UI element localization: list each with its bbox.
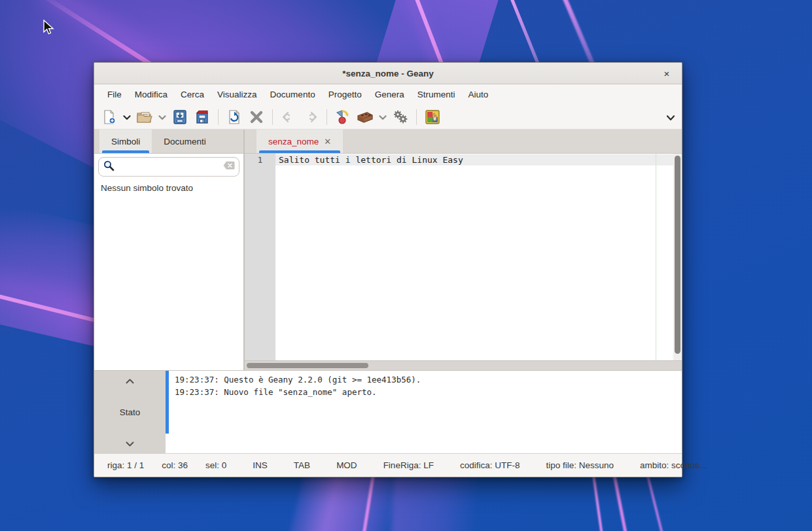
preferences-button[interactable] <box>391 107 410 127</box>
statusbar-insert-mode[interactable]: INS <box>253 460 268 470</box>
message-panel: Stato 19:23:37: Questo è Geany 2.2.0 (gi… <box>94 370 682 453</box>
horizontal-scrollbar[interactable] <box>245 360 682 370</box>
toolbar-separator <box>272 109 273 125</box>
line-number: 1 <box>245 154 275 165</box>
statusbar-selection: sel: 0 <box>205 460 226 470</box>
new-file-dropdown[interactable] <box>122 107 132 127</box>
new-file-button[interactable] <box>99 107 119 127</box>
chevron-down-icon <box>158 111 166 123</box>
build-dropdown[interactable] <box>378 107 388 127</box>
wallpaper-streak <box>288 475 402 531</box>
menubar: File Modifica Cerca Visualizza Documento… <box>94 84 682 105</box>
long-line-marker <box>656 154 656 360</box>
statusbar-scope: ambito: sconos... <box>640 460 707 470</box>
color-chooser-button[interactable] <box>423 107 442 127</box>
toolbar-separator <box>218 109 219 125</box>
statusbar-tab-mode[interactable]: TAB <box>294 460 310 470</box>
color-chooser-icon <box>424 109 441 126</box>
save-all-button[interactable] <box>192 107 212 127</box>
no-symbols-message: Nessun simbolo trovato <box>98 177 239 193</box>
open-file-dropdown[interactable] <box>157 107 168 127</box>
wallpaper-streak <box>592 475 604 531</box>
vertical-scrollbar-thumb[interactable] <box>675 156 680 354</box>
search-input[interactable] <box>115 162 223 172</box>
build-button[interactable] <box>355 107 375 127</box>
sidebar-tab-label: Simboli <box>111 137 140 146</box>
scroll-up-icon[interactable] <box>126 375 134 386</box>
gears-icon <box>392 109 409 126</box>
open-file-button[interactable] <box>135 107 154 127</box>
editor-tab-label: senza_nome <box>268 137 319 146</box>
wallpaper-streak <box>646 475 665 531</box>
window-close-button[interactable]: × <box>658 63 675 84</box>
statusbar-encoding: codifica: UTF-8 <box>460 460 520 470</box>
clear-search-icon[interactable] <box>223 161 235 173</box>
editor-tab-senza-nome[interactable]: senza_nome ✕ <box>256 129 343 153</box>
titlebar[interactable]: *senza_nome - Geany × <box>94 63 682 84</box>
tab-stato[interactable]: Stato <box>120 407 141 417</box>
tab-close-icon[interactable]: ✕ <box>324 137 331 146</box>
sidebar-tab-simboli[interactable]: Simboli <box>99 129 152 153</box>
wallpaper-streak <box>391 475 480 531</box>
menu-cerca[interactable]: Cerca <box>174 84 211 105</box>
build-brick-icon <box>356 109 374 125</box>
menu-modifica[interactable]: Modifica <box>128 84 174 105</box>
scroll-down-icon[interactable] <box>126 437 134 449</box>
menu-progetto[interactable]: Progetto <box>322 84 368 105</box>
save-icon <box>172 109 188 125</box>
main-area: Nessun simbolo trovato 1 Salito tutti i … <box>94 154 682 370</box>
nav-back-button[interactable] <box>279 107 298 127</box>
menu-genera[interactable]: Genera <box>368 84 411 105</box>
sidebar-tab-documenti[interactable]: Documenti <box>152 129 218 153</box>
menu-strumenti[interactable]: Strumenti <box>411 84 462 105</box>
save-button[interactable] <box>170 107 190 127</box>
sidebar-tab-label: Documenti <box>164 137 206 146</box>
code-area[interactable]: Salito tutti i lettori di Linux Easy <box>275 154 673 360</box>
close-document-button[interactable] <box>247 107 266 127</box>
menu-file[interactable]: File <box>101 84 128 105</box>
status-message: 19:23:37: Questo è Geany 2.2.0 (git >= 1… <box>175 373 682 386</box>
vertical-scrollbar[interactable] <box>673 154 682 360</box>
statusbar-line: riga: 1 / 1 <box>107 460 144 470</box>
save-all-icon <box>194 109 210 125</box>
window-title: *senza_nome - Geany <box>94 69 682 78</box>
revert-icon <box>226 109 242 125</box>
statusbar-filetype: tipo file: Nessuno <box>546 460 614 470</box>
status-messages[interactable]: 19:23:37: Questo è Geany 2.2.0 (git >= 1… <box>166 371 682 453</box>
focus-accent-bar <box>166 371 169 434</box>
statusbar: riga: 1 / 1 col: 36 sel: 0 INS TAB MOD F… <box>94 453 682 477</box>
statusbar-modified[interactable]: MOD <box>336 460 357 470</box>
symbol-search-entry[interactable] <box>98 157 239 177</box>
code-line-1: Salito tutti i lettori di Linux Easy <box>275 154 673 165</box>
new-file-icon <box>101 109 117 125</box>
compile-button[interactable] <box>333 107 353 127</box>
revert-button[interactable] <box>224 107 244 127</box>
status-message: 19:23:37: Nuovo file "senza_nome" aperto… <box>175 386 682 398</box>
sidebar-tabstrip: Simboli Documenti <box>94 129 245 153</box>
nav-forward-button[interactable] <box>301 107 321 127</box>
statusbar-col: col: 36 <box>162 460 188 470</box>
toolbar-separator <box>327 109 327 125</box>
menu-aiuto[interactable]: Aiuto <box>462 84 495 105</box>
horizontal-scrollbar-thumb[interactable] <box>247 363 368 368</box>
toolbar <box>94 105 682 129</box>
menu-documento[interactable]: Documento <box>264 84 322 105</box>
chevron-down-icon <box>123 111 131 123</box>
toolbar-separator <box>416 109 417 125</box>
forward-icon <box>302 110 319 124</box>
notebook-tabstrip: Simboli Documenti senza_nome ✕ <box>94 129 682 154</box>
editor-body[interactable]: 1 Salito tutti i lettori di Linux Easy <box>245 154 682 360</box>
editor-tabstrip: senza_nome ✕ <box>245 129 682 153</box>
line-number-gutter: 1 <box>245 154 275 360</box>
wallpaper-streak <box>612 475 628 531</box>
geany-window: *senza_nome - Geany × File Modifica Cerc… <box>94 62 682 477</box>
editor-pane: 1 Salito tutti i lettori di Linux Easy <box>245 154 682 370</box>
toolbar-overflow-button[interactable] <box>666 105 675 129</box>
menu-visualizza[interactable]: Visualizza <box>211 84 264 105</box>
back-icon <box>280 110 297 124</box>
chevron-down-icon <box>666 112 675 124</box>
close-x-icon <box>249 110 264 124</box>
mouse-cursor <box>43 20 57 38</box>
search-icon <box>103 160 115 174</box>
open-folder-icon <box>136 109 153 125</box>
